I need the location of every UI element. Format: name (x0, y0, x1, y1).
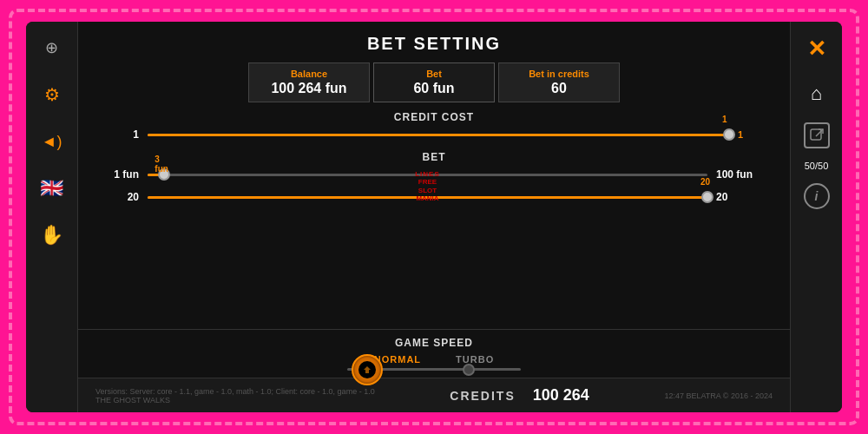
game-speed-section: GAME SPEED NORMAL TURBO (78, 329, 790, 378)
balance-value: 100 264 fun (266, 81, 352, 96)
watermark-slot: SLOT (415, 187, 440, 195)
game-name: THE GHOST WALKS (95, 396, 375, 404)
move-icon[interactable]: ⊕ (36, 32, 68, 63)
balance-box: Balance 100 264 fun (248, 62, 370, 102)
lines-min: 20 (104, 191, 139, 203)
bet-thumb[interactable]: 3 fun (158, 168, 170, 181)
bet-min: 1 fun (104, 168, 139, 181)
credit-cost-fill (148, 134, 729, 136)
language-icon[interactable]: 🇬🇧 (36, 173, 68, 204)
watermark-mania: MANIA (415, 194, 440, 203)
center-content: BET SETTING Balance 100 264 fun Bet 60 f… (78, 22, 790, 412)
lines-track[interactable]: 20 LINES FREE SLOT MANIA (148, 196, 707, 199)
credit-cost-label: CREDIT COST (104, 111, 764, 123)
bet-credits-box: Bet in credits 60 (498, 62, 620, 102)
svg-line-1 (816, 129, 823, 136)
credits-value: 100 264 (533, 386, 589, 404)
bet-credits-value: 60 (516, 81, 602, 96)
lines-thumb[interactable]: 20 (701, 191, 713, 203)
right-sidebar: ✕ ⌂ 50/50 i (790, 22, 842, 412)
lines-slider-row: 20 20 LINES FREE SLOT MANIA (104, 191, 764, 203)
speed-thumb-icon (362, 365, 372, 375)
lines-current-label: 20 (700, 177, 710, 187)
hand-icon[interactable]: ✋ (36, 220, 68, 251)
speed-track[interactable] (347, 368, 521, 371)
credit-cost-slider-row: 1 1 1 (104, 128, 764, 141)
credit-cost-min: 1 (104, 128, 139, 141)
settings-icon[interactable]: ⚙ (36, 79, 68, 110)
main-container: ⊕ ⚙ ◄) 🇬🇧 ✋ BET SETTING Balance 100 264 … (26, 22, 842, 412)
sound-icon[interactable]: ◄) (36, 126, 68, 157)
watermark-free: FREE (415, 178, 440, 187)
credit-cost-section: CREDIT COST 1 1 1 (104, 111, 764, 141)
svg-rect-0 (811, 129, 821, 140)
title-bar: BET SETTING (78, 22, 790, 62)
credit-cost-max: 1 (738, 129, 764, 140)
page-title: BET SETTING (78, 34, 790, 54)
lines-section: 20 20 LINES FREE SLOT MANIA (104, 191, 764, 203)
outer-border: ⊕ ⚙ ◄) 🇬🇧 ✋ BET SETTING Balance 100 264 … (9, 9, 859, 425)
speed-slider-row (104, 368, 764, 371)
watermark-lines: LINES (415, 170, 440, 179)
bottom-credits: CREDITS 100 264 (450, 386, 589, 404)
speed-turbo-thumb (463, 364, 475, 376)
turbo-speed-label[interactable]: TURBO (456, 354, 494, 365)
settings-body: CREDIT COST 1 1 1 BET (78, 111, 790, 329)
version-text: Versions: Server: core - 1.1, game - 1.0… (95, 387, 375, 396)
share-icon (810, 128, 824, 142)
credit-cost-thumb[interactable]: 1 (723, 128, 735, 141)
fifty-fifty-button[interactable]: 50/50 (805, 161, 829, 171)
speed-thumb-inner (358, 361, 376, 378)
bet-section-label: BET (104, 151, 764, 163)
bet-credits-label: Bet in credits (516, 69, 602, 79)
game-speed-label: GAME SPEED (104, 337, 764, 349)
bottom-left: Versions: Server: core - 1.1, game - 1.0… (95, 387, 375, 404)
stats-row: Balance 100 264 fun Bet 60 fun Bet in cr… (78, 62, 790, 111)
bet-current-label: 3 fun (155, 155, 168, 174)
home-button[interactable]: ⌂ (800, 77, 833, 110)
speed-thumb[interactable] (352, 354, 383, 385)
bet-label: Bet (391, 69, 477, 79)
speed-label-row: NORMAL TURBO (104, 354, 764, 365)
share-button[interactable] (804, 122, 830, 148)
credit-cost-track[interactable]: 1 (148, 134, 729, 136)
lines-watermark: LINES FREE SLOT MANIA (415, 170, 440, 203)
left-sidebar: ⊕ ⚙ ◄) 🇬🇧 ✋ (26, 22, 78, 412)
balance-label: Balance (266, 69, 352, 79)
copyright-text: 12:47 BELATRA © 2016 - 2024 (664, 391, 773, 400)
bet-max: 100 fun (716, 168, 764, 181)
credits-label: CREDITS (450, 389, 515, 403)
credit-cost-value-label: 1 (722, 115, 727, 124)
close-button[interactable]: ✕ (800, 32, 833, 65)
bet-value: 60 fun (391, 81, 477, 96)
bottom-bar: Versions: Server: core - 1.1, game - 1.0… (78, 378, 790, 412)
info-button[interactable]: i (804, 183, 830, 209)
lines-max: 20 (716, 191, 764, 203)
bet-box: Bet 60 fun (373, 62, 495, 102)
